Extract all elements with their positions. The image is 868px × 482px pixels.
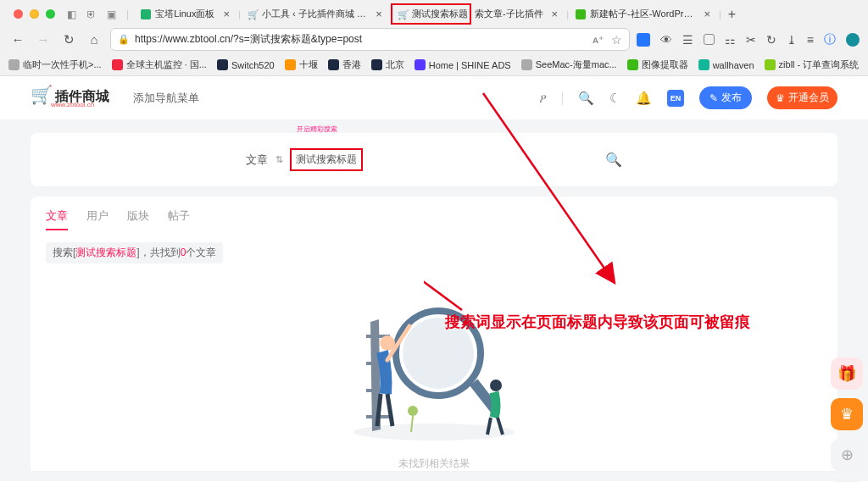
search-input[interactable]: 测试搜索标题 <box>290 148 363 171</box>
extension-icon-2[interactable] <box>846 33 860 47</box>
forward-button[interactable]: → <box>34 32 53 47</box>
add-button[interactable]: ⊕ <box>831 439 863 471</box>
empty-text: 未找到相关结果 <box>46 457 822 471</box>
close-icon[interactable]: × <box>552 8 559 19</box>
lock-icon: 🔒 <box>118 34 130 45</box>
bookmark-item[interactable]: 北京 <box>371 58 404 71</box>
publish-button[interactable]: ✎ 发布 <box>699 86 752 109</box>
url-text: https://www.zbtool.cn/?s=测试搜索标题&type=pos… <box>135 32 587 47</box>
reload-button[interactable]: ↻ <box>59 32 78 47</box>
tab-title: 新建帖子-社区-WordPress主题 <box>590 8 695 20</box>
float-buttons: 🎁 ♛ ⊕ 💬 ⋯ <box>831 357 863 482</box>
tab-strip: ◧ ⛨ ▣ | 宝塔Linux面板 × | 🛒 小工具 ‹ 子比插件商城 — W… <box>0 0 868 25</box>
star-icon[interactable]: ☆ <box>611 33 622 47</box>
menu-icon[interactable]: ≡ <box>807 33 814 47</box>
bookmarks-bar: 临时一次性手机>... 全球主机监控 · 国... Switch520 十堰 香… <box>0 54 868 76</box>
history-icon[interactable]: ↻ <box>766 33 776 47</box>
url-bar[interactable]: 🔒 https://www.zbtool.cn/?s=测试搜索标题&type=p… <box>110 28 630 51</box>
avatar-icon[interactable]: ⓘ <box>824 32 836 47</box>
bookmark-item[interactable]: 全球主机监控 · 国... <box>112 58 207 71</box>
bookmark-item[interactable]: SeeMac-海量mac... <box>521 58 617 71</box>
browser-tab-1[interactable]: 宝塔Linux面板 × <box>134 3 236 25</box>
sort-icon[interactable]: ⇅ <box>273 154 285 165</box>
search-hint: 开启精彩搜索 <box>297 125 337 134</box>
address-bar-row: ← → ↻ ⌂ 🔒 https://www.zbtool.cn/?s=测试搜索标… <box>0 25 868 54</box>
tab-title: 测试搜索标题 <box>412 8 468 20</box>
bookmark-item[interactable]: Switch520 <box>217 59 275 70</box>
shield-icon[interactable]: ⛨ <box>86 8 97 20</box>
search-submit-icon[interactable]: 🔍 <box>605 152 622 168</box>
home-button[interactable]: ⌂ <box>85 32 103 47</box>
annotation-text: 搜索词显示在页面标题内导致该页面可被留痕 <box>445 312 750 332</box>
eye-icon[interactable]: 👁 <box>660 33 672 47</box>
bookmark-item[interactable]: 香港 <box>328 58 361 71</box>
close-icon[interactable]: × <box>376 8 382 19</box>
extension-icon-1[interactable] <box>637 33 650 47</box>
tab-threads[interactable]: 帖子 <box>168 208 190 230</box>
bookmark-item[interactable]: wallhaven <box>698 59 754 70</box>
lang-icon[interactable]: EN <box>667 90 684 107</box>
minimize-dot[interactable] <box>30 9 39 19</box>
back-button[interactable]: ← <box>8 32 27 47</box>
tab-posts[interactable]: 文章 <box>46 208 68 230</box>
tab-title: 宝塔Linux面板 <box>155 8 214 20</box>
crown-button[interactable]: ♛ <box>831 398 863 430</box>
cart-icon: 🛒 <box>31 85 53 105</box>
close-icon[interactable]: × <box>223 8 230 19</box>
sidebar-icon[interactable]: ◧ <box>67 8 76 20</box>
translate-icon[interactable]: ᴀ⁺ <box>593 34 604 46</box>
close-icon[interactable]: × <box>704 8 710 19</box>
svg-point-10 <box>408 406 418 416</box>
tab-title-suffix: 索文章-子比插件 <box>475 8 543 20</box>
moon-icon[interactable]: ☾ <box>609 91 620 106</box>
bookmark-icon[interactable]: ☰ <box>682 33 693 47</box>
bookmark-item[interactable]: Home | SHINE ADS <box>415 59 511 70</box>
bell-icon[interactable]: 🔔 <box>636 91 652 106</box>
search-type-label: 文章 <box>246 152 268 168</box>
bookmark-item[interactable]: zibll - 订单查询系统 <box>765 58 860 71</box>
tabs-icon[interactable]: ▣ <box>107 8 116 20</box>
tab-users[interactable]: 用户 <box>86 208 108 230</box>
window-controls <box>3 3 65 25</box>
site-header: 🛒 插件商城 www.zbtool.cn 添加导航菜单 ዖ 🔍 ☾ 🔔 EN ✎… <box>0 76 868 119</box>
bookmark-item[interactable]: 临时一次性手机>... <box>8 58 102 71</box>
maximize-dot[interactable] <box>46 9 55 19</box>
browser-tab-3b[interactable]: 索文章-子比插件 × <box>473 3 565 25</box>
new-tab-button[interactable]: + <box>721 7 743 22</box>
reading-icon[interactable]: ⚏ <box>725 33 736 47</box>
result-summary: 搜索[测试搜索标题]，共找到0个文章 <box>46 242 223 263</box>
browser-tab-3-highlighted[interactable]: 🛒 测试搜索标题 <box>391 3 471 25</box>
search-icon[interactable]: 🔍 <box>578 91 594 106</box>
browser-tab-2[interactable]: 🛒 小工具 ‹ 子比插件商城 — WordPr × <box>241 3 389 25</box>
gift-button[interactable]: 🎁 <box>831 357 863 390</box>
screenshot-icon[interactable]: ✂ <box>746 33 756 47</box>
empty-illustration <box>345 284 523 445</box>
svg-point-9 <box>490 380 502 391</box>
tab-title: 小工具 ‹ 子比插件商城 — WordPr <box>262 8 367 20</box>
vip-button[interactable]: ♛ 开通会员 <box>767 86 837 109</box>
results-card: 文章 用户 版块 帖子 搜索[测试搜索标题]，共找到0个文章 <box>31 197 837 471</box>
tab-forums[interactable]: 版块 <box>127 208 149 230</box>
browser-tab-4[interactable]: 新建帖子-社区-WordPress主题 × <box>569 3 717 25</box>
close-dot[interactable] <box>14 9 23 19</box>
download-icon[interactable]: ⤓ <box>787 33 797 47</box>
search-card: 文章 ⇅ 开启精彩搜索 测试搜索标题 🔍 <box>31 133 837 186</box>
result-tabs: 文章 用户 版块 帖子 <box>46 208 822 230</box>
puzzle-icon[interactable] <box>704 34 715 45</box>
nav-add-menu[interactable]: 添加导航菜单 <box>133 91 199 106</box>
bookmark-item[interactable]: 十堰 <box>285 58 318 71</box>
bookmark-item[interactable]: 图像提取器 <box>627 58 688 71</box>
user-icon[interactable]: ዖ <box>539 91 547 106</box>
